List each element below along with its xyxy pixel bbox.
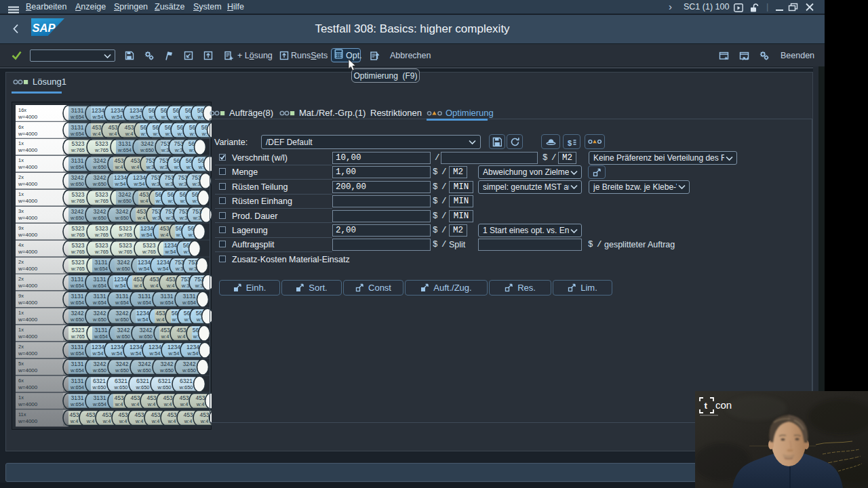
svg-text:w:650: w:650 bbox=[178, 384, 193, 390]
svg-text:56: 56 bbox=[172, 310, 178, 317]
svg-text:453: 453 bbox=[151, 411, 160, 418]
svg-text:3131: 3131 bbox=[183, 293, 196, 300]
svg-text:w:3: w:3 bbox=[174, 147, 183, 153]
svg-text:w:3: w:3 bbox=[161, 147, 170, 153]
svg-text:w:3: w:3 bbox=[159, 164, 168, 170]
svg-text:w:650: w:650 bbox=[137, 367, 151, 373]
svg-text:5323: 5323 bbox=[72, 327, 85, 333]
svg-text:3131: 3131 bbox=[71, 344, 84, 350]
svg-text:w:54: w:54 bbox=[92, 350, 104, 357]
svg-text:w:654: w:654 bbox=[92, 401, 106, 407]
svg-text:w:4: w:4 bbox=[180, 401, 189, 407]
svg-text:1234: 1234 bbox=[133, 174, 146, 181]
svg-text:t: t bbox=[705, 401, 708, 411]
svg-text:w:4: w:4 bbox=[156, 317, 165, 323]
svg-text:3242: 3242 bbox=[94, 157, 106, 164]
svg-text:w:54: w:54 bbox=[115, 181, 126, 187]
svg-text:453: 453 bbox=[130, 157, 140, 164]
svg-text:2x: 2x bbox=[18, 276, 24, 282]
svg-text:w:4: w:4 bbox=[115, 401, 123, 407]
svg-text:w:650: w:650 bbox=[70, 215, 84, 221]
svg-text:3242: 3242 bbox=[141, 140, 154, 147]
svg-text:w:654: w:654 bbox=[182, 300, 196, 306]
svg-text:w:4: w:4 bbox=[134, 283, 142, 289]
svg-text:453: 453 bbox=[149, 276, 159, 283]
svg-text:w:: w: bbox=[198, 164, 204, 170]
svg-text:5323: 5323 bbox=[96, 191, 108, 198]
svg-text:6321: 6321 bbox=[180, 378, 193, 384]
svg-text:1234: 1234 bbox=[140, 225, 153, 232]
svg-text:453: 453 bbox=[163, 394, 172, 401]
svg-text:w=4000: w=4000 bbox=[18, 367, 38, 373]
svg-text:w:54: w:54 bbox=[111, 350, 123, 357]
svg-text:5323: 5323 bbox=[119, 225, 132, 232]
svg-text:3242: 3242 bbox=[94, 361, 106, 367]
svg-text:3242: 3242 bbox=[116, 361, 129, 367]
svg-text:w:54: w:54 bbox=[137, 317, 149, 323]
svg-text:w:4: w:4 bbox=[151, 418, 160, 424]
svg-text:753: 753 bbox=[145, 157, 155, 164]
svg-text:6321: 6321 bbox=[158, 378, 171, 384]
svg-text:2x: 2x bbox=[18, 259, 24, 265]
svg-text:4x: 4x bbox=[18, 242, 24, 248]
svg-text:56: 56 bbox=[192, 191, 199, 198]
svg-text:w:765: w:765 bbox=[94, 232, 108, 238]
svg-text:3131: 3131 bbox=[95, 327, 108, 333]
svg-text:6x: 6x bbox=[18, 124, 24, 130]
svg-text:w=4000: w=4000 bbox=[18, 418, 38, 424]
svg-text:w:3: w:3 bbox=[193, 215, 201, 221]
svg-text:w:54: w:54 bbox=[130, 114, 142, 120]
svg-text:1234: 1234 bbox=[130, 107, 142, 114]
svg-text:con: con bbox=[715, 399, 732, 411]
svg-text:56: 56 bbox=[173, 107, 180, 114]
svg-text:w:: w: bbox=[155, 198, 161, 204]
svg-text:1234: 1234 bbox=[136, 310, 149, 317]
svg-text:w:650: w:650 bbox=[135, 384, 149, 390]
svg-text:56: 56 bbox=[188, 225, 195, 232]
svg-text:1234: 1234 bbox=[164, 242, 177, 249]
svg-text:56: 56 bbox=[174, 157, 180, 164]
svg-text:3242: 3242 bbox=[161, 361, 174, 367]
svg-text:w=4000: w=4000 bbox=[18, 131, 38, 137]
svg-text:5323: 5323 bbox=[96, 140, 108, 147]
svg-text:w:: w: bbox=[167, 198, 174, 204]
svg-text:753: 753 bbox=[178, 208, 188, 215]
svg-text:3131: 3131 bbox=[94, 394, 106, 401]
svg-text:w:765: w:765 bbox=[118, 249, 132, 255]
svg-text:453: 453 bbox=[102, 411, 111, 418]
svg-text:w:3: w:3 bbox=[165, 181, 174, 187]
svg-text:w:654: w:654 bbox=[94, 333, 108, 340]
svg-text:1x: 1x bbox=[18, 394, 24, 401]
svg-text:w:4: w:4 bbox=[137, 215, 146, 221]
svg-text:753: 753 bbox=[188, 259, 197, 266]
svg-text:w:3: w:3 bbox=[146, 164, 155, 170]
svg-text:3131: 3131 bbox=[71, 394, 84, 401]
svg-text:$: $ bbox=[568, 138, 572, 146]
svg-text:w:3: w:3 bbox=[181, 283, 190, 289]
svg-text:753: 753 bbox=[174, 259, 184, 266]
svg-text:w:: w: bbox=[201, 131, 208, 137]
svg-text:w:654: w:654 bbox=[70, 300, 84, 306]
svg-text:w:: w: bbox=[189, 147, 195, 153]
svg-text:753: 753 bbox=[159, 157, 168, 164]
svg-text:w:765: w:765 bbox=[71, 232, 85, 238]
svg-text:w:: w: bbox=[177, 131, 183, 137]
svg-text:w:: w: bbox=[193, 333, 199, 340]
svg-text:453: 453 bbox=[165, 276, 175, 283]
svg-text:453: 453 bbox=[160, 327, 170, 333]
svg-text:w:650: w:650 bbox=[92, 215, 106, 221]
svg-text:56: 56 bbox=[167, 191, 174, 198]
svg-text:w:54: w:54 bbox=[115, 283, 126, 289]
svg-text:56: 56 bbox=[165, 124, 172, 131]
svg-text:3242: 3242 bbox=[94, 174, 106, 181]
svg-text:3242: 3242 bbox=[94, 208, 106, 215]
svg-text:w:654: w:654 bbox=[92, 300, 106, 306]
svg-text:453: 453 bbox=[159, 225, 169, 232]
svg-text:453: 453 bbox=[69, 411, 79, 418]
svg-text:453: 453 bbox=[179, 394, 189, 401]
svg-text:w=4000: w=4000 bbox=[18, 164, 38, 170]
svg-text:w:650: w:650 bbox=[92, 181, 106, 187]
svg-text:w:650: w:650 bbox=[70, 181, 84, 187]
svg-text:w:4: w:4 bbox=[163, 401, 172, 407]
svg-text:3131: 3131 bbox=[71, 361, 84, 367]
